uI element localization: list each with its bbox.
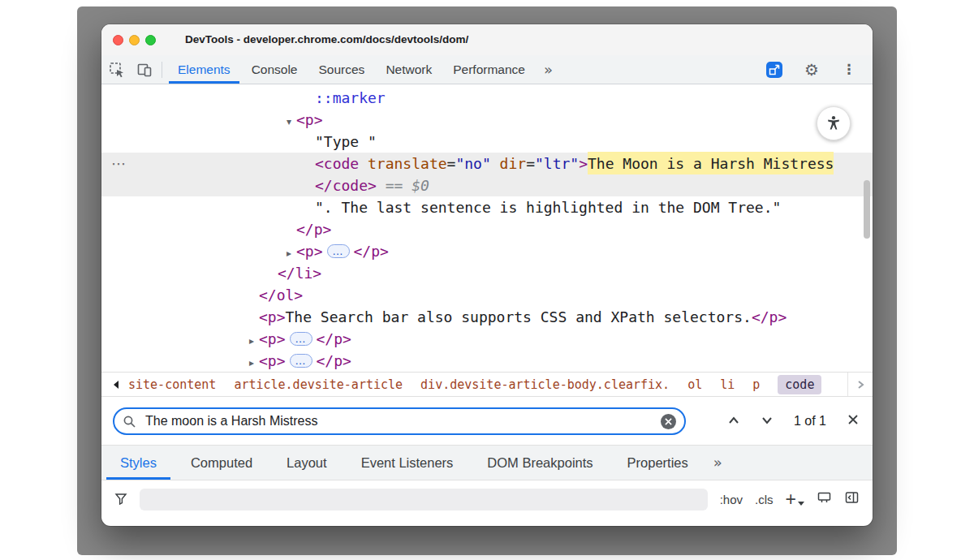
breadcrumb-item-p[interactable]: p	[752, 377, 760, 392]
breadcrumb-item-ol[interactable]: ol	[687, 377, 702, 392]
dom-tree-line[interactable]: ▸<p>…</p>	[101, 350, 873, 372]
zoom-window-button[interactable]	[145, 35, 156, 45]
minimize-window-button[interactable]	[129, 35, 140, 45]
panel-tabs: ElementsConsoleSourcesNetworkPerformance	[167, 55, 536, 84]
element-classes-button[interactable]: .cls	[755, 493, 774, 506]
more-sidebar-tabs-chevron-icon[interactable]: »	[705, 455, 730, 470]
accessibility-person-icon	[825, 114, 843, 132]
breadcrumb-forward-chevron-icon	[855, 378, 865, 391]
toggle-element-state-button[interactable]: :hov	[720, 493, 743, 506]
chevron-up-icon	[727, 416, 740, 425]
close-window-button[interactable]	[113, 35, 123, 45]
dom-token-tag: >	[579, 155, 588, 172]
close-find-bar-button[interactable]	[847, 413, 860, 429]
search-input[interactable]	[144, 413, 661, 429]
toggle-sidebar-button[interactable]	[844, 490, 860, 508]
tab-sources[interactable]: Sources	[308, 55, 376, 84]
clear-search-button[interactable]	[661, 414, 676, 429]
toggle-sidebar-icon	[844, 490, 860, 505]
dom-tree-line[interactable]: </li>	[101, 262, 873, 284]
settings-button[interactable]: ⚙	[799, 58, 824, 82]
dom-token-text: The Search bar also supports CSS and XPa…	[286, 308, 752, 325]
dom-tree-panel: ::marker▾<p>"Type "⋯<code translate="no"…	[101, 84, 873, 372]
breadcrumb-item-li[interactable]: li	[720, 377, 735, 392]
toolbar-separator	[162, 62, 162, 78]
dom-tree-line[interactable]: ▸<p>…</p>	[101, 240, 873, 262]
breadcrumb-item-code[interactable]: code	[778, 375, 821, 394]
kebab-menu-icon: ⋮	[843, 62, 856, 76]
dom-token-pseudo: ::marker	[315, 89, 386, 106]
dom-scrollbar-thumb[interactable]	[864, 180, 870, 239]
dom-tree-line[interactable]: <p>The Search bar also supports CSS and …	[101, 306, 873, 328]
tab-console[interactable]: Console	[241, 55, 308, 84]
dom-token-tag: <p>	[296, 111, 323, 128]
dom-token-punct: =	[447, 155, 456, 172]
device-toolbar-icon	[136, 61, 153, 79]
devtools-menu-button[interactable]: ⋮	[837, 58, 861, 82]
expand-arrow-icon[interactable]: ▸	[244, 330, 259, 352]
display-icon	[817, 490, 832, 505]
expand-arrow-icon[interactable]: ▸	[244, 352, 259, 372]
dom-token-value: "ltr"	[535, 155, 579, 172]
match-count: 1 of 1	[794, 414, 826, 429]
tab-properties[interactable]: Properties	[610, 446, 705, 480]
next-match-button[interactable]	[761, 414, 774, 429]
dom-token-tag: </p>	[752, 308, 787, 325]
dom-tree-line[interactable]: ". The last sentence is highlighted in t…	[101, 196, 873, 218]
rendering-emulation-button[interactable]	[817, 490, 832, 508]
dom-tree-line[interactable]: ::marker	[101, 87, 873, 109]
dom-token-dim: ==	[377, 177, 412, 194]
plus-caret-icon	[798, 502, 804, 506]
dom-token-tag: <p>	[296, 243, 323, 260]
dom-token-tag: </ol>	[259, 286, 303, 304]
dom-token-attr: translate	[359, 155, 446, 172]
dom-token-punct: =	[526, 155, 535, 172]
collapse-arrow-icon[interactable]: ▾	[282, 111, 296, 133]
find-bar: 1 of 1	[101, 396, 873, 446]
styles-filter-input[interactable]	[140, 489, 708, 510]
dom-token-pill[interactable]: …	[327, 244, 350, 258]
dom-tree-line[interactable]: </ol>	[101, 284, 873, 306]
dom-tree-line[interactable]: ▾<p>	[101, 109, 873, 131]
dom-tree-line[interactable]: </code> == $0	[101, 174, 873, 196]
dom-tree-line[interactable]: ▸<p>…</p>	[101, 328, 873, 350]
node-ellipsis-gutter-icon: ⋯	[111, 153, 126, 174]
blue-square-arrow-icon	[765, 61, 783, 79]
chevron-down-icon	[761, 416, 774, 425]
tab-layout[interactable]: Layout	[269, 446, 344, 480]
window-titlebar: DevTools - developer.chrome.com/docs/dev…	[101, 24, 873, 56]
blue-square-arrow-button[interactable]	[762, 58, 787, 82]
search-field	[113, 407, 686, 435]
tab-elements[interactable]: Elements	[167, 55, 241, 84]
toggle-device-toolbar-button[interactable]	[132, 58, 157, 82]
breadcrumb-back-button[interactable]	[111, 379, 120, 390]
expand-arrow-icon[interactable]: ▸	[282, 243, 296, 265]
breadcrumb-items: site-contentarticle.devsite-articlediv.d…	[128, 375, 831, 394]
close-icon	[847, 413, 860, 426]
more-panels-chevron-icon[interactable]: »	[536, 62, 561, 77]
dom-tree-line[interactable]: "Type "	[101, 131, 873, 153]
tab-computed[interactable]: Computed	[174, 446, 269, 480]
previous-match-button[interactable]	[727, 414, 740, 429]
plus-icon: +	[786, 492, 796, 506]
gear-icon: ⚙	[804, 62, 819, 78]
dom-token-text: "Type "	[315, 133, 377, 150]
breadcrumb-item-div-devsite-article-body-clearfix[interactable]: div.devsite-article-body.clearfix.	[420, 377, 670, 392]
breadcrumb-item-article-devsite-article[interactable]: article.devsite-article	[234, 377, 403, 392]
tab-dom-breakpoints[interactable]: DOM Breakpoints	[470, 446, 610, 480]
dom-tree-line[interactable]: </p>	[101, 218, 873, 240]
tab-performance[interactable]: Performance	[442, 55, 536, 84]
dom-token-pill[interactable]: …	[290, 332, 312, 346]
dom-token-highlight: The Moon is a Harsh Mistress	[588, 152, 834, 175]
tab-styles[interactable]: Styles	[103, 446, 174, 480]
tab-network[interactable]: Network	[375, 55, 442, 84]
inspect-element-button[interactable]	[105, 58, 129, 82]
dom-tree-line[interactable]: ⋯<code translate="no" dir="ltr">The Moon…	[101, 153, 873, 174]
accessibility-button[interactable]	[817, 106, 851, 140]
breadcrumb-forward-button[interactable]	[847, 373, 873, 396]
dom-token-tag: </p>	[317, 352, 351, 369]
new-style-rule-button[interactable]: +	[786, 492, 804, 506]
breadcrumb-item-site-content[interactable]: site-content	[128, 377, 216, 392]
dom-token-pill[interactable]: …	[290, 354, 312, 368]
tab-event-listeners[interactable]: Event Listeners	[344, 446, 471, 480]
